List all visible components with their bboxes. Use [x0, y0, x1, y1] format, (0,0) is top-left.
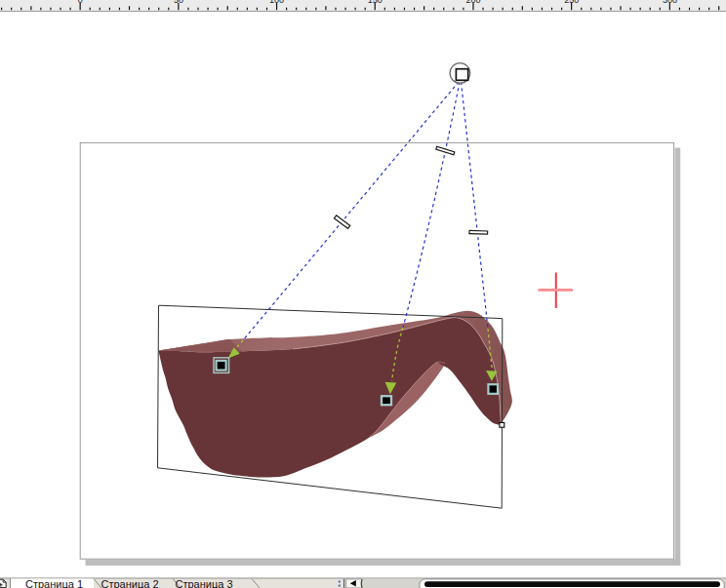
svg-text:Страница 3: Страница 3 [175, 578, 232, 588]
svg-text:0: 0 [78, 0, 83, 5]
svg-text:Страница 1: Страница 1 [25, 578, 83, 588]
svg-text:250: 250 [564, 0, 579, 5]
svg-text:50: 50 [174, 0, 183, 5]
svg-text:300: 300 [663, 0, 677, 5]
svg-text:200: 200 [465, 0, 480, 5]
svg-text:100: 100 [269, 0, 284, 5]
svg-text:Страница 2: Страница 2 [101, 578, 158, 588]
svg-text:150: 150 [368, 0, 383, 5]
